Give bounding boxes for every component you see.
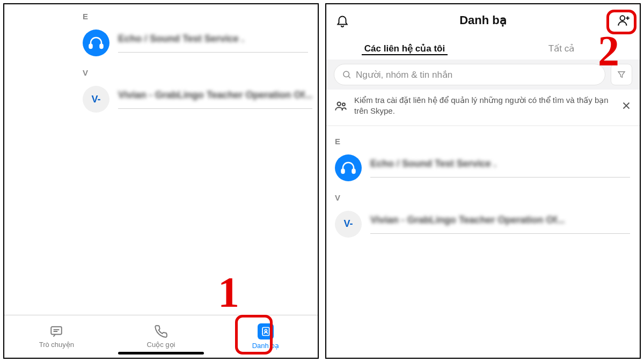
svg-rect-1 <box>100 45 103 49</box>
filter-button[interactable] <box>611 64 632 85</box>
search-row: Người, nhóm & tin nhắn <box>326 60 640 90</box>
contact-name: Vivian - GrabLingo Teacher Operation Of.… <box>370 215 630 226</box>
headset-icon <box>335 154 362 181</box>
section-header-e: E <box>4 9 318 26</box>
section-header-e: E <box>326 134 640 151</box>
search-placeholder: Người, nhóm & tin nhắn <box>356 69 452 80</box>
tab-contacts[interactable]: Danh bạ <box>213 323 318 350</box>
headset-icon <box>83 29 109 56</box>
subtab-label: Các liên hệ của tôi <box>364 43 445 54</box>
header: Danh bạ <box>326 4 640 36</box>
tab-label: Trò chuyện <box>39 341 74 349</box>
contacts-list: E Echo / Sound Test Service . V V- Vivia… <box>4 4 318 315</box>
svg-rect-2 <box>52 327 62 334</box>
svg-point-5 <box>620 16 625 20</box>
settings-banner[interactable]: Kiểm tra cài đặt liên hệ để quản lý nhữn… <box>326 90 640 126</box>
search-icon <box>342 70 352 79</box>
bottom-tabbar: Trò chuyện Cuộc gọi Danh bạ <box>4 315 318 358</box>
section-header-v: V <box>4 65 318 83</box>
add-contact-button[interactable] <box>612 9 635 32</box>
filter-icon <box>617 70 626 79</box>
subtab-my-contacts[interactable]: Các liên hệ của tôi <box>326 38 483 60</box>
subtab-all[interactable]: Tất cả <box>483 38 640 60</box>
contact-row-vivian[interactable]: V- Vivian - GrabLingo Teacher Operation … <box>326 208 640 246</box>
subtabs: Các liên hệ của tôi Tất cả <box>326 38 640 60</box>
contact-name: Vivian - GrabLingo Teacher Operation Of.… <box>118 90 312 101</box>
left-screen: E Echo / Sound Test Service . V V- Vivia… <box>3 3 319 359</box>
avatar-initials: V- <box>83 86 109 113</box>
chat-icon <box>49 324 63 338</box>
contact-name: Echo / Sound Test Service . <box>118 33 308 45</box>
people-icon <box>334 99 348 113</box>
contact-row-echo[interactable]: Echo / Sound Test Service . <box>4 26 318 65</box>
tab-label: Danh bạ <box>252 342 279 350</box>
notifications-button[interactable] <box>331 9 354 32</box>
svg-point-7 <box>338 102 341 106</box>
contacts-list: E Echo / Sound Test Service . V V- Vivia… <box>326 126 640 358</box>
phone-icon <box>154 324 168 338</box>
right-phone: Danh bạ Các liên hệ của tôi Tất cả <box>322 0 644 362</box>
section-header-v: V <box>326 190 640 208</box>
subtab-label: Tất cả <box>548 43 574 54</box>
svg-point-4 <box>265 329 267 331</box>
bell-icon <box>335 13 349 27</box>
tab-label: Cuộc gọi <box>147 341 175 349</box>
banner-text: Kiểm tra cài đặt liên hệ để quản lý nhữn… <box>354 95 614 117</box>
search-input[interactable]: Người, nhóm & tin nhắn <box>334 64 605 85</box>
close-icon[interactable] <box>620 100 632 112</box>
contacts-icon <box>258 323 274 339</box>
contact-row-echo[interactable]: Echo / Sound Test Service . <box>326 151 640 190</box>
home-indicator <box>118 352 204 354</box>
svg-rect-0 <box>90 45 92 49</box>
tab-calls[interactable]: Cuộc gọi <box>109 324 214 349</box>
svg-rect-10 <box>353 169 355 173</box>
left-phone: E Echo / Sound Test Service . V V- Vivia… <box>0 0 322 362</box>
svg-point-6 <box>343 71 349 77</box>
right-screen: Danh bạ Các liên hệ của tôi Tất cả <box>325 3 641 359</box>
tab-chat[interactable]: Trò chuyện <box>4 324 109 349</box>
avatar-initials: V- <box>335 211 362 238</box>
svg-point-8 <box>342 104 345 106</box>
svg-rect-9 <box>342 169 345 173</box>
contact-row-vivian[interactable]: V- Vivian - GrabLingo Teacher Operation … <box>4 83 318 121</box>
contact-name: Echo / Sound Test Service . <box>370 158 630 169</box>
add-person-icon <box>617 13 631 27</box>
page-title: Danh bạ <box>459 13 507 27</box>
